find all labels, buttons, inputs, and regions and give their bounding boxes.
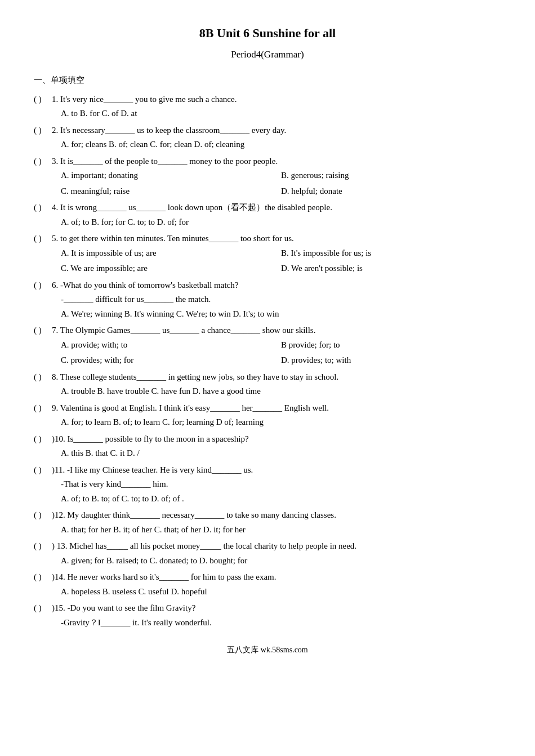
questions-container: ( )1. It's very nice_______ you to give … (34, 92, 501, 630)
q-prefix-q6: ( ) (34, 278, 50, 293)
q-text-q4: 4. It is wrong_______ us_______ look dow… (52, 201, 501, 215)
q-prefix-q14: ( ) (34, 570, 50, 585)
q-prefix-q5: ( ) (34, 232, 50, 246)
option-c-q3: C. meaningful; raise (61, 184, 281, 199)
q-prefix-q15: ( ) (34, 601, 50, 616)
option-a-q3: A. important; donating (61, 168, 281, 183)
option-c-q7: C. provides; with; for (61, 353, 281, 368)
option-a-q7: A. provide; with; to (61, 338, 281, 353)
options-row1-q3: A. important; donatingB. generous; raisi… (34, 168, 501, 183)
options-q13: A. given; for B. raised; to C. donated; … (34, 554, 501, 568)
q-prefix-q13: ( ) (34, 539, 50, 554)
q-text-q1: 1. It's very nice_______ you to give me … (52, 92, 501, 107)
options-row2-q7: C. provides; with; forD. provides; to; w… (34, 353, 501, 368)
footer: 五八文库 wk.58sms.com (34, 643, 501, 657)
question-line-q14: ( ))14. He never works hard so it's_____… (34, 570, 501, 585)
question-line-q3: ( )3. It is_______ of the people to_____… (34, 154, 501, 169)
q-prefix-q11: ( ) (34, 463, 50, 478)
q-prefix-q12: ( ) (34, 508, 50, 523)
q-subtext-q15: -Gravity？I_______ it. It's really wonder… (34, 616, 501, 630)
q-text-q9: 9. Valentina is good at English. I think… (52, 401, 501, 416)
question-line-q15: ( ))15. -Do you want to see the film Gra… (34, 601, 501, 616)
question-block-q1: ( )1. It's very nice_______ you to give … (34, 92, 501, 121)
question-block-q9: ( )9. Valentina is good at English. I th… (34, 401, 501, 430)
question-line-q8: ( )8. These college students_______ in g… (34, 370, 501, 385)
options-q6: A. We're; winning B. It's winning C. We'… (34, 307, 501, 322)
q-text-q7: 7. The Olympic Games_______ us_______ a … (52, 323, 501, 338)
option-b-q3: B. generous; raising (281, 168, 501, 183)
question-line-q13: ( )) 13. Michel has_____ all his pocket … (34, 539, 501, 554)
question-block-q14: ( ))14. He never works hard so it's_____… (34, 570, 501, 599)
options-q4: A. of; to B. for; for C. to; to D. of; f… (34, 215, 501, 230)
q-text-q8: 8. These college students_______ in gett… (52, 370, 501, 385)
q-subtext-q11: -That is very kind_______ him. (34, 477, 501, 492)
options-row2-q5: C. We are impossible; areD. We aren't po… (34, 261, 501, 276)
options-q12: A. that; for her B. it; of her C. that; … (34, 523, 501, 537)
question-line-q7: ( )7. The Olympic Games_______ us_______… (34, 323, 501, 338)
q-subtext-q6: -_______ difficult for us_______ the mat… (34, 292, 501, 307)
options-row1-q5: A. It is impossible of us; areB. It's im… (34, 246, 501, 261)
options-q2: A. for; cleans B. of; clean C. for; clea… (34, 137, 501, 152)
q-text-q10: )10. Is_______ possible to fly to the mo… (52, 432, 501, 447)
options-q10: A. this B. that C. it D. / (34, 446, 501, 461)
q-prefix-q9: ( ) (34, 401, 50, 416)
q-prefix-q4: ( ) (34, 201, 50, 215)
question-line-q1: ( )1. It's very nice_______ you to give … (34, 92, 501, 107)
question-block-q7: ( )7. The Olympic Games_______ us_______… (34, 323, 501, 368)
question-block-q8: ( )8. These college students_______ in g… (34, 370, 501, 399)
option-b-q5: B. It's impossible for us; is (281, 246, 501, 261)
question-block-q11: ( ))11. -I like my Chinese teacher. He i… (34, 463, 501, 506)
question-line-q2: ( )2. It's necessary_______ us to keep t… (34, 123, 501, 138)
question-block-q12: ( ))12. My daughter think_______ necessa… (34, 508, 501, 537)
q-prefix-q3: ( ) (34, 154, 50, 169)
q-prefix-q8: ( ) (34, 370, 50, 385)
question-block-q2: ( )2. It's necessary_______ us to keep t… (34, 123, 501, 152)
q-prefix-q1: ( ) (34, 92, 50, 107)
question-line-q12: ( ))12. My daughter think_______ necessa… (34, 508, 501, 523)
question-line-q11: ( ))11. -I like my Chinese teacher. He i… (34, 463, 501, 478)
option-d-q7: D. provides; to; with (281, 353, 501, 368)
q-text-q15: )15. -Do you want to see the film Gravit… (52, 601, 501, 616)
q-text-q14: )14. He never works hard so it's_______ … (52, 570, 501, 585)
q-text-q2: 2. It's necessary_______ us to keep the … (52, 123, 501, 138)
question-block-q3: ( )3. It is_______ of the people to_____… (34, 154, 501, 199)
option-c-q5: C. We are impossible; are (61, 261, 281, 276)
question-block-q4: ( )4. It is wrong_______ us_______ look … (34, 201, 501, 229)
q-text-q5: 5. to get there within ten minutes. Ten … (52, 232, 501, 246)
options-q9: A. for; to learn B. of; to learn C. for;… (34, 415, 501, 430)
question-block-q15: ( ))15. -Do you want to see the film Gra… (34, 601, 501, 630)
options-row2-q3: C. meaningful; raiseD. helpful; donate (34, 184, 501, 199)
page-title: 8B Unit 6 Sunshine for all (34, 23, 501, 43)
question-block-q13: ( )) 13. Michel has_____ all his pocket … (34, 539, 501, 568)
section-header: 一、单项填空 (34, 73, 501, 88)
q-text-q13: ) 13. Michel has_____ all his pocket mon… (52, 539, 501, 554)
q-text-q3: 3. It is_______ of the people to_______ … (52, 154, 501, 169)
q-text-q11: )11. -I like my Chinese teacher. He is v… (52, 463, 501, 478)
question-block-q10: ( ))10. Is_______ possible to fly to the… (34, 432, 501, 461)
options-q1: A. to B. for C. of D. at (34, 106, 501, 121)
option-d-q5: D. We aren't possible; is (281, 261, 501, 276)
options-q14: A. hopeless B. useless C. useful D. hope… (34, 585, 501, 599)
option-b-q7: B provide; for; to (281, 338, 501, 353)
subtitle: Period4(Grammar) (34, 47, 501, 63)
q-text-q6: 6. -What do you think of tomorrow's bask… (52, 278, 501, 293)
q-prefix-q10: ( ) (34, 432, 50, 447)
options-q11: A. of; to B. to; of C. to; to D. of; of … (34, 492, 501, 506)
question-block-q6: ( )6. -What do you think of tomorrow's b… (34, 278, 501, 322)
q-prefix-q2: ( ) (34, 123, 50, 138)
question-block-q5: ( )5. to get there within ten minutes. T… (34, 232, 501, 276)
options-q8: A. trouble B. have trouble C. have fun D… (34, 384, 501, 399)
option-d-q3: D. helpful; donate (281, 184, 501, 199)
question-line-q9: ( )9. Valentina is good at English. I th… (34, 401, 501, 416)
q-text-q12: )12. My daughter think_______ necessary_… (52, 508, 501, 523)
option-a-q5: A. It is impossible of us; are (61, 246, 281, 261)
options-row1-q7: A. provide; with; toB provide; for; to (34, 338, 501, 353)
q-prefix-q7: ( ) (34, 323, 50, 338)
question-line-q5: ( )5. to get there within ten minutes. T… (34, 232, 501, 246)
question-line-q6: ( )6. -What do you think of tomorrow's b… (34, 278, 501, 293)
question-line-q4: ( )4. It is wrong_______ us_______ look … (34, 201, 501, 215)
question-line-q10: ( ))10. Is_______ possible to fly to the… (34, 432, 501, 447)
